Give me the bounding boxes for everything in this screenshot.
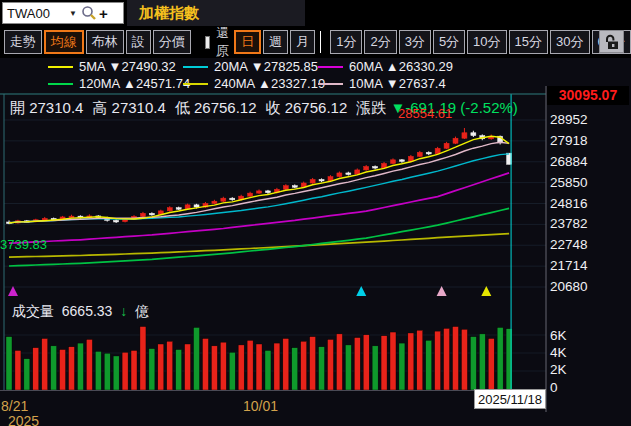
- legend-item-5MA: 5MA ▼27490.32: [48, 59, 176, 74]
- search-icon[interactable]: [81, 5, 97, 21]
- volume-tick-label: 0: [550, 380, 558, 395]
- restore-checkbox[interactable]: [205, 36, 210, 49]
- legend-line-swatch: [318, 66, 343, 68]
- volume-tick-label: 2K: [550, 362, 567, 377]
- symbol-tab[interactable]: 加權指數: [127, 0, 305, 26]
- interval-button-15分[interactable]: 15分: [509, 30, 548, 54]
- interval-button-1分[interactable]: 1分: [330, 30, 362, 54]
- mode-button-走勢[interactable]: 走勢: [4, 30, 42, 54]
- price-tick-label: 25850: [550, 175, 588, 190]
- symbol-tab-label: 加權指數: [139, 4, 199, 23]
- price-tick-label: 26884: [550, 154, 588, 169]
- ohlc-field-低: 低 26756.12: [175, 99, 257, 116]
- legend-item-20MA: 20MA ▼27825.85: [183, 59, 318, 74]
- price-tick-label: 28952: [550, 112, 588, 127]
- interval-button-10分[interactable]: 10分: [467, 30, 506, 54]
- toolbar-divider: [320, 31, 321, 53]
- add-symbol-button[interactable]: +: [99, 5, 108, 22]
- open-padlock-icon: [604, 34, 620, 50]
- chart-toolbar: 走勢均線布林設分價 還原 日週月 1分2分3分5分10分15分30分60分: [0, 26, 631, 58]
- period-button-日[interactable]: 日: [234, 30, 261, 54]
- legend-line-swatch: [48, 66, 73, 68]
- period-button-月[interactable]: 月: [290, 30, 315, 54]
- legend-item-10MA: 10MA ▼27637.4: [318, 76, 446, 91]
- lock-button[interactable]: [599, 30, 624, 53]
- left-ma-value-label: 3739.83: [0, 237, 47, 252]
- ohlc-field-高: 高 27310.4: [92, 99, 165, 116]
- volume-tick-label: 4K: [550, 345, 567, 360]
- symbol-combobox[interactable]: TWA00 ▼ +: [2, 2, 124, 24]
- top-bar: TWA00 ▼ + 加權指數: [0, 0, 631, 26]
- mode-button-分價[interactable]: 分價: [153, 30, 191, 54]
- symbol-value: TWA00: [7, 6, 69, 21]
- ohlc-field-收: 收 26756.12: [266, 99, 348, 116]
- interval-button-3分[interactable]: 3分: [399, 30, 431, 54]
- interval-button-5分[interactable]: 5分: [433, 30, 465, 54]
- volume-header: 成交量 6665.33 ↓ 億: [12, 303, 149, 321]
- price-tick-label: 22748: [550, 237, 588, 252]
- period-button-週[interactable]: 週: [263, 30, 288, 54]
- volume-value: 6665.33: [62, 303, 113, 319]
- x-tick-label: 8/21: [1, 398, 28, 414]
- legend-line-swatch: [48, 83, 73, 85]
- mode-button-布林[interactable]: 布林: [86, 30, 124, 54]
- x-axis-year-label: 2025: [8, 413, 39, 426]
- legend-line-swatch: [183, 83, 208, 85]
- volume-down-arrow-icon: ↓: [120, 303, 127, 319]
- x-tick-label: 10/01: [243, 398, 278, 414]
- mode-button-均線[interactable]: 均線: [44, 30, 84, 54]
- legend-item-240MA: 240MA ▲23327.19: [183, 76, 325, 91]
- volume-tick-label: 6K: [550, 328, 567, 343]
- interval-button-30分[interactable]: 30分: [550, 30, 589, 54]
- restore-label: 還原: [216, 24, 229, 60]
- ohlc-field-開: 開 27310.4: [10, 99, 83, 116]
- legend-text: 60MA ▲26330.29: [349, 59, 453, 74]
- price-tick-label: 23782: [550, 216, 588, 231]
- legend-line-swatch: [318, 83, 343, 85]
- mode-button-設[interactable]: 設: [126, 30, 151, 54]
- interval-button-2分[interactable]: 2分: [364, 30, 396, 54]
- ma-legend: 5MA ▼27490.3220MA ▼27825.8560MA ▲26330.2…: [0, 59, 560, 93]
- legend-text: 10MA ▼27637.4: [349, 76, 446, 91]
- legend-text: 120MA ▲24571.74: [79, 76, 190, 91]
- highlight-price-box: 30095.07: [547, 86, 629, 105]
- price-tick-label: 20680: [550, 279, 588, 294]
- legend-text: 20MA ▼27825.85: [214, 59, 318, 74]
- volume-label: 成交量: [12, 303, 54, 319]
- price-tick-label: 27918: [550, 133, 588, 148]
- date-tooltip: 2025/11/18: [474, 389, 546, 409]
- price-tick-label: 21714: [550, 258, 588, 273]
- volume-unit: 億: [135, 303, 149, 319]
- chevron-down-icon[interactable]: ▼: [69, 9, 77, 18]
- price-tick-label: 24816: [550, 196, 588, 211]
- legend-text: 5MA ▼27490.32: [79, 59, 176, 74]
- peak-price-annotation: 28554.61: [398, 106, 458, 121]
- legend-item-60MA: 60MA ▲26330.29: [318, 59, 453, 74]
- legend-text: 240MA ▲23327.19: [214, 76, 325, 91]
- legend-line-swatch: [183, 66, 208, 68]
- legend-item-120MA: 120MA ▲24571.74: [48, 76, 190, 91]
